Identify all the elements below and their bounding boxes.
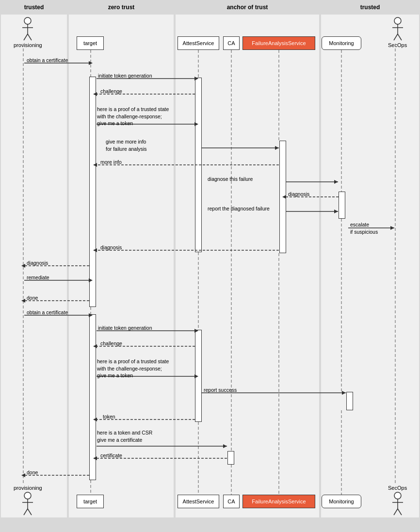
svg-line-18 [394, 509, 398, 515]
svg-line-4 [28, 34, 32, 40]
msg-diagnosis-2: diagnosis [100, 244, 122, 250]
msg-certificate: certificate [100, 452, 122, 458]
lane-trusted-right-inner [321, 15, 419, 517]
component-ca-bottom: CA [223, 495, 240, 508]
msg-challenge-2: challenge [100, 340, 122, 346]
actor-secops-top: SecOps [388, 17, 407, 48]
msg-escalate: escalateif suspicious [350, 221, 378, 235]
component-target-top: target [77, 36, 104, 50]
msg-proof-2: here is a proof of a trusted statewith t… [97, 358, 169, 379]
msg-obtain-certificate-1: obtain a certificate [27, 57, 68, 63]
activation-monitoring-2 [346, 392, 353, 410]
msg-obtain-certificate-2: obtain a certificate [27, 309, 68, 315]
svg-point-0 [24, 17, 31, 24]
component-failureanalysis-top: FailureAnalysisService [242, 36, 315, 50]
msg-challenge-1: challenge [100, 88, 122, 94]
activation-failureanalysis-1 [279, 141, 286, 253]
msg-diagnosis-3: diagnosis [27, 260, 48, 266]
msg-token-csr: here is a token and CSRgive me a certifi… [97, 429, 152, 443]
msg-giveinfo-1: give me more infofor failure analysis [106, 138, 147, 152]
msg-proof-1: here is a proof of a trusted statewith t… [97, 106, 169, 127]
msg-token: token [103, 414, 115, 419]
msg-diagnosis-1: diagnosis [288, 191, 309, 197]
lane-trusted-left-inner [1, 15, 67, 517]
lane-header-zerotrust: zero trust [68, 4, 175, 11]
actor-provisioning-top: provisioning [14, 17, 42, 48]
svg-line-13 [24, 509, 28, 515]
activation-monitoring-1 [339, 192, 345, 219]
svg-point-10 [24, 492, 31, 499]
component-attestservice-top: AttestService [178, 36, 219, 50]
diagram-container: trusted zero trust anchor of trust trust… [0, 0, 420, 532]
actor-provisioning-bottom: provisioning [14, 485, 42, 516]
component-failureanalysis-bottom: FailureAnalysisService [242, 495, 315, 508]
svg-line-3 [24, 34, 28, 40]
lane-header-anchor: anchor of trust [175, 4, 320, 11]
actor-secops-bottom: SecOps [388, 485, 407, 516]
svg-point-15 [394, 492, 401, 499]
msg-initiate-token-1: initiate token generation [98, 73, 152, 79]
msg-done-2: done [27, 469, 38, 475]
svg-line-8 [394, 34, 398, 40]
svg-point-5 [394, 17, 401, 24]
activation-target-1 [89, 77, 96, 307]
msg-report-diagnosed: report the diagnosed failure [208, 206, 270, 211]
msg-moreinfo-1: more info [100, 159, 122, 165]
svg-line-14 [28, 509, 32, 515]
msg-done-1: done [27, 295, 38, 301]
activation-target-2 [89, 314, 96, 480]
msg-remediate: remediate [27, 274, 49, 280]
msg-report-success: report success [204, 387, 237, 393]
component-attestservice-bottom: AttestService [178, 495, 219, 508]
component-target-bottom: target [77, 495, 104, 508]
activation-attestservice-2 [195, 330, 202, 422]
activation-attestservice-1 [195, 78, 202, 252]
component-monitoring-top: Monitoring [322, 36, 361, 50]
lane-header-trusted-left: trusted [0, 4, 68, 11]
msg-diagnose-1: diagnose this failure [208, 176, 253, 182]
svg-line-9 [398, 34, 402, 40]
msg-initiate-token-2: initiate token generation [98, 325, 152, 331]
lane-header-trusted-right: trusted [320, 4, 420, 11]
activation-ca-1 [227, 451, 234, 465]
svg-line-19 [398, 509, 402, 515]
component-ca-top: CA [223, 36, 240, 50]
component-monitoring-bottom: Monitoring [322, 495, 361, 508]
